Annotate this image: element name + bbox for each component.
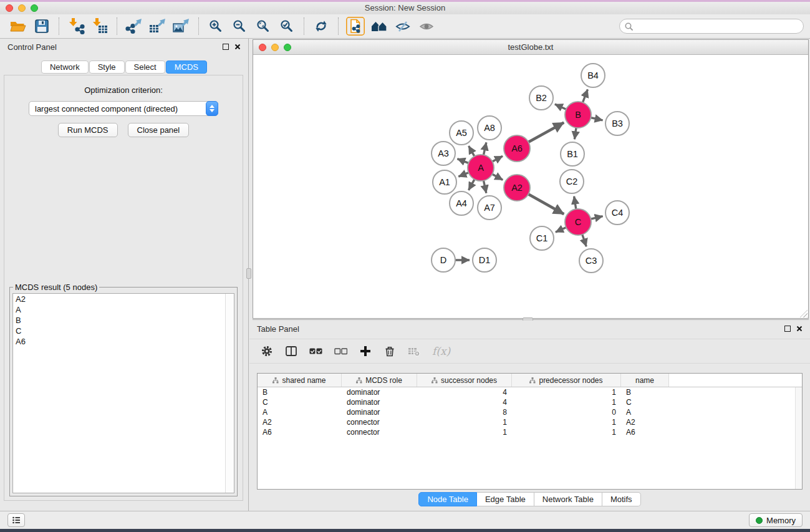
- tab-select[interactable]: Select: [125, 60, 165, 74]
- close-panel-icon[interactable]: [234, 44, 241, 50]
- float-table-panel-button[interactable]: [784, 326, 791, 332]
- graph-node-A5[interactable]: A5: [450, 121, 473, 145]
- network-minimize-button[interactable]: [271, 44, 279, 51]
- open-session-button[interactable]: [6, 16, 30, 37]
- zoom-out-icon: [233, 19, 246, 33]
- eye-slash-button[interactable]: [391, 16, 415, 37]
- svg-text:B2: B2: [536, 93, 547, 103]
- close-window-button[interactable]: [6, 4, 13, 12]
- result-item[interactable]: A6: [13, 336, 234, 347]
- run-mcds-button[interactable]: Run MCDS: [58, 123, 118, 137]
- import-table-button[interactable]: [88, 16, 112, 37]
- tab-network-table[interactable]: Network Table: [534, 492, 602, 506]
- open-folder-icon: [10, 20, 26, 33]
- graph-node-C2[interactable]: C2: [560, 170, 584, 193]
- settings-button[interactable]: [261, 345, 273, 357]
- zoom-out-button[interactable]: [228, 16, 251, 37]
- tab-network[interactable]: Network: [41, 60, 89, 74]
- graph-node-C1[interactable]: C1: [530, 226, 554, 250]
- tab-edge-table[interactable]: Edge Table: [477, 492, 534, 506]
- optimization-criterion-select[interactable]: largest connected component (directed): [29, 101, 218, 116]
- tab-style[interactable]: Style: [89, 60, 125, 74]
- table-row[interactable]: Adominator80A: [258, 407, 802, 417]
- graph-node-A8[interactable]: A8: [478, 116, 501, 140]
- result-item[interactable]: A2: [13, 294, 234, 304]
- table-row[interactable]: Bdominator41B: [258, 387, 802, 397]
- deselect-all-button[interactable]: [334, 347, 347, 355]
- graph-node-A3[interactable]: A3: [432, 142, 455, 165]
- tab-node-table[interactable]: Node Table: [418, 492, 477, 506]
- result-item[interactable]: C: [13, 326, 234, 336]
- graph-node-C4[interactable]: C4: [605, 201, 629, 225]
- task-history-button[interactable]: [7, 513, 25, 527]
- tab-mcds[interactable]: MCDS: [166, 60, 207, 74]
- window-title: Session: New Session: [0, 2, 810, 14]
- graph-node-B[interactable]: B: [565, 102, 591, 128]
- zoom-window-button[interactable]: [31, 4, 38, 12]
- zoom-selected-button[interactable]: [275, 16, 299, 37]
- table-cell: connector: [342, 418, 417, 427]
- result-item[interactable]: A: [13, 304, 234, 315]
- network-zoom-button[interactable]: [284, 44, 291, 51]
- document-network-button[interactable]: [344, 16, 367, 37]
- memory-button[interactable]: Memory: [749, 513, 803, 527]
- svg-text:C2: C2: [566, 177, 578, 186]
- graph-node-B4[interactable]: B4: [581, 64, 605, 87]
- graph-node-A1[interactable]: A1: [433, 170, 456, 194]
- document-network-icon: [346, 17, 365, 36]
- delete-table-button[interactable]: [408, 346, 420, 357]
- column-header-MCDS-role[interactable]: MCDS role: [342, 374, 417, 387]
- export-image-button[interactable]: [170, 16, 193, 37]
- table-cell: A2: [258, 418, 342, 427]
- graph-node-C3[interactable]: C3: [579, 249, 603, 273]
- network-close-button[interactable]: [259, 44, 266, 51]
- graph-node-B1[interactable]: B1: [561, 142, 584, 166]
- export-image-icon: [173, 18, 190, 34]
- float-panel-button[interactable]: [223, 44, 229, 50]
- graph-node-C[interactable]: C: [565, 209, 591, 235]
- delete-row-button[interactable]: [383, 345, 396, 357]
- eye-slash-icon: [395, 20, 410, 33]
- houses-button[interactable]: [367, 16, 391, 37]
- table-cell: 8: [417, 408, 512, 417]
- function-builder-button[interactable]: f(x): [432, 345, 450, 357]
- export-table-button[interactable]: [146, 16, 170, 37]
- refresh-button[interactable]: [309, 16, 333, 37]
- graph-node-A6[interactable]: A6: [504, 135, 530, 162]
- select-all-button[interactable]: [309, 347, 322, 355]
- graph-node-A4[interactable]: A4: [450, 191, 473, 215]
- network-canvas[interactable]: B4B2BB3A8A5A6A3B1AC2A1A2A4A7C4CC1DD1C3: [253, 55, 808, 318]
- graph-node-D[interactable]: D: [432, 248, 455, 272]
- vertical-split-grip[interactable]: [246, 268, 251, 279]
- minimize-window-button[interactable]: [18, 4, 26, 12]
- graph-node-D1[interactable]: D1: [473, 248, 496, 272]
- graph-node-B2[interactable]: B2: [529, 86, 553, 110]
- search-input[interactable]: [636, 22, 798, 31]
- add-row-button[interactable]: [359, 345, 372, 357]
- column-header-shared-name[interactable]: shared name: [258, 374, 342, 387]
- import-network-button[interactable]: [64, 16, 88, 37]
- graph-node-A7[interactable]: A7: [478, 196, 501, 220]
- graph-node-A2[interactable]: A2: [504, 175, 530, 201]
- eye-button[interactable]: [415, 16, 438, 37]
- save-session-button[interactable]: [30, 16, 54, 37]
- close-table-panel-icon[interactable]: [796, 326, 803, 332]
- result-scrollbar[interactable]: [225, 294, 234, 493]
- result-item[interactable]: B: [13, 315, 234, 326]
- table-row[interactable]: A6connector11A6: [258, 427, 802, 437]
- zoom-in-button[interactable]: [204, 16, 228, 37]
- graph-node-B3[interactable]: B3: [605, 112, 629, 135]
- tab-motifs[interactable]: Motifs: [602, 492, 641, 506]
- graph-node-A[interactable]: A: [468, 155, 494, 181]
- column-header-successor-nodes[interactable]: successor nodes: [417, 374, 512, 387]
- table-scrollbar[interactable]: [795, 387, 802, 489]
- column-layout-button[interactable]: [285, 345, 297, 357]
- table-row[interactable]: Cdominator41C: [258, 397, 802, 407]
- table-row[interactable]: A2connector11A2: [258, 417, 802, 427]
- table-cell: dominator: [342, 398, 417, 407]
- column-header-predecessor-nodes[interactable]: predecessor nodes: [512, 374, 621, 387]
- export-network-button[interactable]: [122, 16, 146, 37]
- column-header-name[interactable]: name: [621, 374, 669, 387]
- zoom-fit-button[interactable]: [251, 16, 275, 37]
- close-panel-button[interactable]: Close panel: [128, 123, 190, 137]
